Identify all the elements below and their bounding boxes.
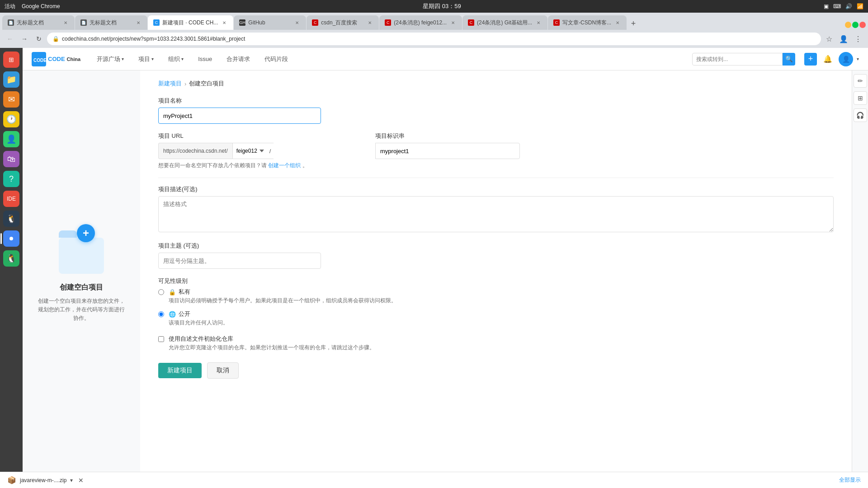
tab-close-4[interactable]: ✕ [293, 19, 301, 26]
tab-4[interactable]: GH GitHub ✕ [234, 15, 306, 30]
sidebar-icon-clock[interactable]: 🕐 [3, 111, 19, 127]
nav-bell-button[interactable]: 🔔 [821, 52, 835, 66]
submit-button[interactable]: 新建项目 [158, 363, 202, 378]
nav-project[interactable]: 项目 ▾ [136, 53, 156, 65]
create-org-link[interactable]: 创建一个组织 [268, 162, 301, 169]
cancel-button[interactable]: 取消 [207, 362, 239, 379]
tab-close-6[interactable]: ✕ [449, 19, 457, 26]
maximize-btn[interactable] [852, 22, 859, 28]
sidebar-icon-contacts[interactable]: 👤 [3, 131, 19, 147]
bookmark-button[interactable]: ☆ [823, 33, 835, 45]
nav-org[interactable]: 组织 ▾ [165, 53, 186, 65]
tab-5[interactable]: C csdn_百度搜索 ✕ [307, 15, 379, 30]
close-btn[interactable] [859, 22, 866, 28]
keyboard-icon: ⌨ [833, 3, 841, 9]
plus-circle-icon: + [77, 224, 95, 242]
tab-bar: 📄 无标题文档 ✕ 📄 无标题文档 ✕ C 新建项目 · CODE CH... … [0, 13, 868, 30]
right-panel: 新建项目 › 创建空白项目 项目名称 项目 URL [140, 70, 852, 472]
download-close-btn[interactable]: ✕ [78, 477, 84, 484]
project-slug-input[interactable] [375, 143, 520, 159]
visibility-section: 可见性级别 🔒 私有 项目访问必须明确授予予每个用户。如果此项目是在一个组织中，… [158, 277, 834, 327]
visibility-private-title: 🔒 私有 [169, 288, 396, 296]
address-bar: ← → ↻ 🔒 codechina.csdn.net/projects/new?… [0, 30, 868, 48]
tab-8[interactable]: C 写文章-CSDN博客... ✕ [548, 15, 627, 30]
tab-title-8: 写文章-CSDN博客... [562, 19, 611, 27]
tab-close-2[interactable]: ✕ [135, 19, 142, 26]
tab-7[interactable]: C (24条消息) Git基础用... ✕ [462, 15, 547, 30]
sidebar-icon-files[interactable]: 📁 [3, 71, 19, 88]
chrome-window: 📄 无标题文档 ✕ 📄 无标题文档 ✕ C 新建项目 · CODE CH... … [0, 13, 868, 488]
more-button[interactable]: ⋮ [852, 33, 864, 45]
sidebar-icon-penguin[interactable]: 🐧 [3, 211, 19, 227]
search-button[interactable]: 🔍 [783, 53, 795, 66]
nav-merge[interactable]: 合并请求 [224, 53, 253, 65]
sidebar-icon-help[interactable]: ? [3, 171, 19, 187]
sidebar-icon-mail[interactable]: ✉ [3, 91, 19, 108]
nav-open-source[interactable]: 开源广场 ▾ [94, 53, 127, 65]
visibility-public-desc: 该项目允许任何人访问。 [169, 319, 228, 327]
sidebar-icon-activities[interactable]: ⊞ [3, 52, 19, 68]
tab-close-7[interactable]: ✕ [535, 19, 542, 26]
profile-button[interactable]: 👤 [837, 33, 850, 45]
nav-snippet[interactable]: 代码片段 [262, 53, 291, 65]
reload-button[interactable]: ↻ [33, 33, 45, 45]
sidebar-icon-ide[interactable]: IDE [3, 191, 19, 207]
tab-2[interactable]: 📄 无标题文档 ✕ [75, 15, 147, 30]
download-show-all-btn[interactable]: 全部显示 [839, 476, 861, 484]
sidebar-grid-btn[interactable]: ⊞ [854, 91, 867, 105]
new-tab-button[interactable]: + [627, 17, 640, 30]
project-desc-input[interactable] [158, 196, 834, 232]
tab-close-8[interactable]: ✕ [614, 19, 621, 26]
form-actions: 新建项目 取消 [158, 362, 834, 379]
nav-right: + 🔔 👤 ▾ [804, 52, 859, 66]
project-name-group: 项目名称 [158, 97, 834, 124]
logo-sub: China [67, 56, 81, 62]
left-panel: + 创建空白项目 创建一个空白项目来存放您的文件，规划您的工作，并在代码等方面进… [23, 70, 140, 472]
address-text: codechina.csdn.net/projects/new?spm=1033… [62, 36, 816, 42]
tab-close-5[interactable]: ✕ [366, 19, 373, 26]
search-input[interactable] [692, 53, 783, 66]
breadcrumb-current: 创建空白项目 [189, 80, 224, 88]
visibility-private-option: 🔒 私有 项目访问必须明确授予予每个用户。如果此项目是在一个组织中，组织成员将会… [158, 288, 834, 305]
sidebar-icon-tux[interactable]: 🐧 [3, 250, 19, 267]
forward-button[interactable]: → [18, 33, 31, 45]
network-icon: 📶 [857, 3, 863, 9]
sidebar-edit-btn[interactable]: ✏ [854, 74, 867, 88]
url-user-select[interactable]: feige012 [232, 143, 267, 159]
url-group: https://codechina.csdn.net/ feige012 / [158, 143, 366, 159]
address-input-wrap[interactable]: 🔒 codechina.csdn.net/projects/new?spm=10… [47, 33, 821, 45]
minimize-btn[interactable] [845, 22, 851, 28]
back-button[interactable]: ← [4, 33, 16, 45]
download-chevron-icon[interactable]: ▾ [70, 477, 73, 483]
tab-6[interactable]: C (24条消息) feige012... ✕ [379, 15, 462, 30]
project-desc-label: 项目描述(可选) [158, 185, 834, 193]
tab-favicon-4: GH [239, 19, 245, 26]
breadcrumb-parent[interactable]: 新建项目 [158, 80, 182, 88]
tab-close-1[interactable]: ✕ [62, 19, 69, 26]
init-repo-checkbox[interactable] [158, 336, 164, 342]
sidebar-icon-chrome[interactable] [3, 230, 19, 247]
sidebar-headset-btn[interactable]: 🎧 [854, 108, 867, 122]
tab-favicon-5: C [312, 19, 318, 26]
sidebar-icon-shop[interactable]: 🛍 [3, 151, 19, 167]
project-topic-input[interactable] [158, 253, 321, 269]
nav-avatar[interactable]: 👤 [839, 52, 853, 66]
tab-1[interactable]: 📄 无标题文档 ✕ [2, 15, 75, 30]
visibility-public-radio[interactable] [158, 311, 164, 317]
nav-issue[interactable]: Issue [195, 54, 215, 64]
project-topic-label: 项目主题 (可选) [158, 242, 834, 250]
activities-btn[interactable]: 活动 [5, 3, 15, 10]
tab-favicon-7: C [468, 19, 474, 26]
visibility-public-title: 🌐 公开 [169, 310, 228, 318]
breadcrumb-separator: › [184, 80, 186, 87]
tab-3[interactable]: C 新建项目 · CODE CH... ✕ [148, 15, 233, 30]
project-name-input[interactable] [158, 108, 321, 124]
visibility-private-radio[interactable] [158, 289, 164, 295]
nav-chevron[interactable]: ▾ [857, 56, 859, 61]
site-logo: CODE CODE China [32, 52, 80, 66]
nav-new-button[interactable]: + [804, 53, 817, 66]
tab-close-3[interactable]: ✕ [221, 19, 228, 26]
page-content: ⊞ 📁 ✉ 🕐 👤 🛍 ? IDE 🐧 🐧 CODE [0, 48, 868, 472]
init-repo-label-wrap: 使用自述文件初始化仓库 允许您立即克隆这个项目的仓库。如果您计划推送一个现有的仓… [169, 335, 375, 352]
tab-title-5: csdn_百度搜索 [321, 19, 357, 27]
